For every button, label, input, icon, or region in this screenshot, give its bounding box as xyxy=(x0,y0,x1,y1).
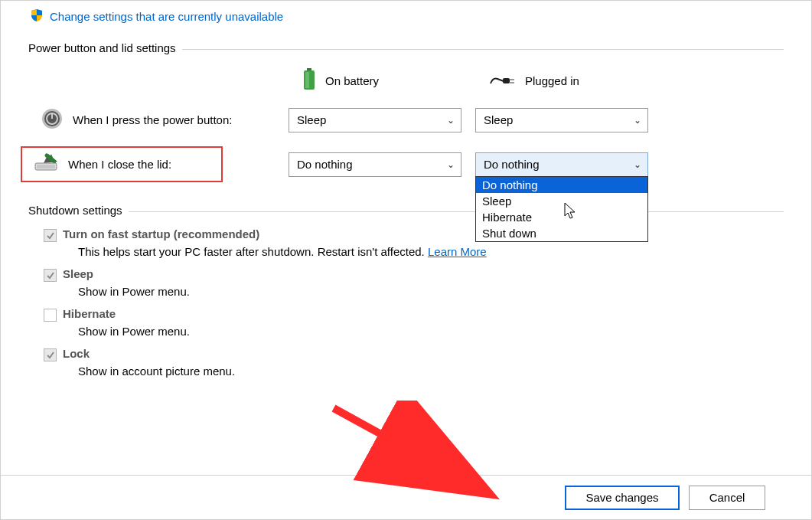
power-button-icon xyxy=(41,107,64,132)
svg-rect-4 xyxy=(510,79,514,80)
svg-rect-5 xyxy=(510,82,514,83)
dropdown-option[interactable]: Hibernate xyxy=(476,209,647,225)
dropdown-option[interactable]: Do nothing xyxy=(476,177,647,193)
row-power-button: When I press the power button: Sleep ⌄ S… xyxy=(28,107,784,132)
select-value: Sleep xyxy=(484,113,513,126)
shield-icon xyxy=(30,8,44,25)
checkbox-label: Lock xyxy=(63,347,90,360)
close-lid-label-highlight: When I close the lid: xyxy=(21,146,223,182)
lock-checkbox[interactable] xyxy=(44,348,57,361)
chevron-down-icon: ⌄ xyxy=(447,115,455,126)
save-changes-button[interactable]: Save changes xyxy=(565,486,680,510)
checkbox-label: Sleep xyxy=(63,267,93,280)
plug-icon xyxy=(490,73,516,89)
hibernate-checkbox[interactable] xyxy=(44,309,57,322)
checkbox-description: Show in Power menu. xyxy=(44,285,784,298)
section-legend: Power button and lid settings xyxy=(28,41,182,54)
setting-label-text: When I close the lid: xyxy=(68,158,171,171)
sleep-checkbox[interactable] xyxy=(44,269,57,282)
column-label: On battery xyxy=(325,74,379,87)
power-button-on-battery-select[interactable]: Sleep ⌄ xyxy=(289,108,461,132)
dropdown-option[interactable]: Sleep xyxy=(476,193,647,209)
column-label: Plugged in xyxy=(525,74,579,87)
section-power-button-lid: Power button and lid settings On battery xyxy=(28,41,784,182)
battery-icon xyxy=(302,68,316,93)
close-lid-plugged-dropdown: Do nothing Sleep Hibernate Shut down xyxy=(475,176,648,242)
svg-rect-3 xyxy=(503,78,510,83)
dropdown-option[interactable]: Shut down xyxy=(476,225,647,241)
select-value: Do nothing xyxy=(484,158,540,171)
cancel-button[interactable]: Cancel xyxy=(689,486,765,510)
checkbox-description: Show in Power menu. xyxy=(44,325,784,338)
column-plugged-in: Plugged in xyxy=(476,73,664,89)
svg-rect-11 xyxy=(37,165,55,168)
chevron-down-icon: ⌄ xyxy=(634,159,641,170)
section-shutdown-settings: Shutdown settings Turn on fast startup (… xyxy=(28,204,784,378)
checkbox-description: This helps start your PC faster after sh… xyxy=(44,245,784,258)
setting-label-text: When I press the power button: xyxy=(73,113,232,126)
chevron-down-icon: ⌄ xyxy=(447,159,455,170)
power-button-plugged-select[interactable]: Sleep ⌄ xyxy=(475,108,648,132)
learn-more-link[interactable]: Learn More xyxy=(428,245,487,258)
change-unavailable-settings-link[interactable]: Change settings that are currently unava… xyxy=(50,10,283,23)
close-lid-plugged-select[interactable]: Do nothing ⌄ Do nothing Sleep Hibernate … xyxy=(475,152,648,177)
button-bar: Save changes Cancel xyxy=(1,475,811,519)
checkbox-label: Hibernate xyxy=(63,307,116,320)
select-value: Do nothing xyxy=(297,158,353,171)
row-close-lid: When I close the lid: Do nothing ⌄ Do no… xyxy=(28,146,784,182)
close-lid-on-battery-select[interactable]: Do nothing ⌄ xyxy=(289,152,461,177)
svg-rect-2 xyxy=(305,72,309,88)
select-value: Sleep xyxy=(297,113,326,126)
svg-line-12 xyxy=(334,408,473,485)
checkbox-description: Show in account picture menu. xyxy=(44,365,784,378)
checkbox-label: Turn on fast startup (recommended) xyxy=(63,227,259,240)
column-on-battery: On battery xyxy=(289,68,476,93)
svg-rect-0 xyxy=(307,68,311,70)
chevron-down-icon: ⌄ xyxy=(634,115,641,126)
fast-startup-checkbox[interactable] xyxy=(44,229,57,242)
section-legend: Shutdown settings xyxy=(28,204,129,217)
laptop-lid-icon xyxy=(33,152,59,176)
